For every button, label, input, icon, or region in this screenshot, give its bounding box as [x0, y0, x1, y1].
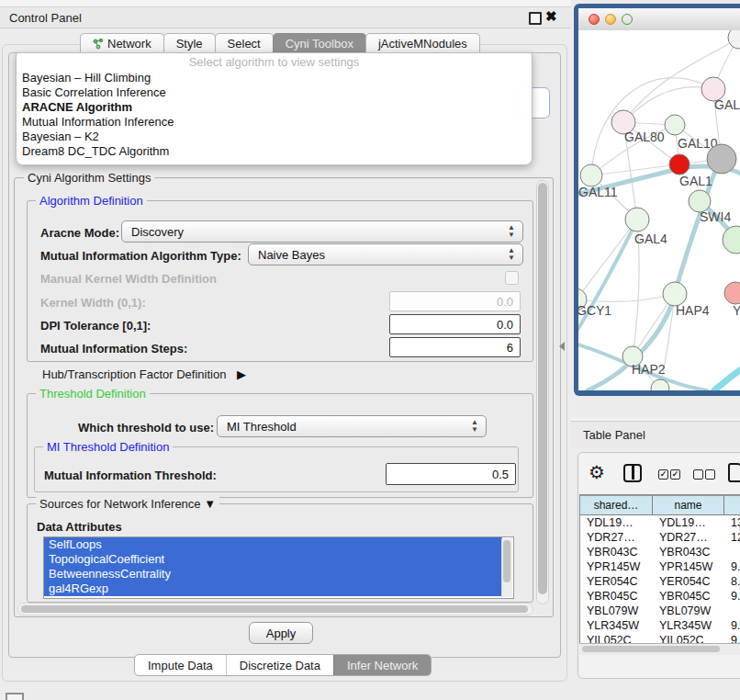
table-cell: YPR145W	[653, 559, 724, 574]
bottom-tab-infer-network[interactable]: Infer Network	[333, 655, 431, 675]
network-edge[interactable]	[578, 220, 637, 341]
node-top[interactable]	[728, 30, 740, 49]
node-gal4[interactable]	[625, 208, 649, 231]
table-hscrollbar-thumb[interactable]	[582, 646, 720, 652]
table-cell: 13	[724, 515, 740, 530]
table-row[interactable]: YPR145WYPR145W9.	[580, 559, 740, 574]
settings-hscrollbar-thumb[interactable]	[21, 605, 528, 613]
table-row[interactable]: YDL19…YDL19…13	[580, 515, 740, 530]
list-scrollbar[interactable]	[501, 538, 512, 597]
node-gal10[interactable]	[665, 115, 685, 135]
manual-kernel-label: Manual Kernel Width Definition	[40, 272, 217, 286]
hub-definition-expander[interactable]: Hub/Transcription Factor Definition ▶	[42, 367, 246, 381]
minimize-traffic-light-icon[interactable]	[605, 14, 616, 25]
tab-style[interactable]: Style	[163, 33, 216, 53]
tab-select[interactable]: Select	[215, 33, 274, 53]
table-panel-title: Table Panel	[583, 428, 645, 442]
expander-collapsed-icon[interactable]: ▶	[237, 367, 246, 381]
sources-title[interactable]: Sources for Network Inference ▼	[36, 497, 219, 511]
node-gal4-label: GAL4	[634, 231, 667, 246]
splitter-collapse-icon[interactable]	[559, 342, 565, 351]
mi-steps-label: Mutual Information Steps:	[40, 342, 187, 356]
table-cell: YER054C	[580, 574, 653, 589]
data-attribute-item-selected[interactable]: gal4RGexp	[44, 581, 502, 596]
tab-jactivemnodules[interactable]: jActiveMNodules	[365, 33, 480, 53]
mi-steps-field[interactable]: 6	[389, 337, 521, 357]
gear-icon[interactable]: ⚙	[589, 461, 605, 483]
node-gal11[interactable]	[580, 164, 602, 186]
table-cell: YER054C	[653, 574, 724, 589]
data-attribute-item-selected[interactable]: SelfLoops	[44, 537, 502, 552]
dpi-tolerance-field[interactable]: 0.0	[389, 314, 521, 334]
data-attributes-list[interactable]: SelfLoopsTopologicalCoefficientBetweenne…	[43, 536, 514, 599]
algorithm-dropdown-item[interactable]: Mutual Information Inference	[17, 115, 532, 130]
table-cell	[724, 545, 740, 559]
algorithm-dropdown-item[interactable]: Bayesian – Hill Climbing	[17, 71, 532, 85]
kernel-width-field[interactable]: 0.0	[389, 291, 521, 311]
bottom-tab-impute-data[interactable]: Impute Data	[135, 655, 226, 675]
unchecked-checkbox-icon[interactable]	[693, 469, 703, 480]
table-horizontal-scrollbar[interactable]	[579, 643, 740, 655]
network-window-titlebar[interactable]	[578, 8, 740, 31]
checked-checkbox-icon[interactable]: ✓	[670, 469, 680, 480]
column-header[interactable]: name	[653, 495, 724, 515]
tab-network[interactable]: Network	[80, 33, 164, 53]
algorithm-dropdown-placeholder: Select algorithm to view settings	[17, 53, 532, 71]
close-traffic-light-icon[interactable]	[589, 14, 600, 25]
document-icon[interactable]	[728, 463, 740, 482]
table-row[interactable]: YDR27…YDR27…12	[580, 530, 740, 545]
data-attribute-item-selected[interactable]: BetweennessCentrality	[44, 567, 502, 581]
network-canvas[interactable]: GAL7GAL80GAL10GAL1GAL11SWI4GAL4GCY1HAP4Y…	[578, 30, 740, 390]
combobox-stepper-icon[interactable]: ▲▼	[471, 419, 478, 434]
node-biggreen[interactable]	[723, 226, 740, 254]
table-row[interactable]: YER054CYER054C8.	[580, 574, 740, 589]
mi-steps-value: 6	[507, 341, 513, 355]
combobox-stepper-icon[interactable]: ▲▼	[508, 247, 515, 262]
table-panel-titlebar: Table Panel	[571, 422, 740, 447]
algorithm-dropdown-item[interactable]: Bayesian – K2	[17, 130, 532, 144]
float-window-icon[interactable]	[529, 12, 542, 25]
table-row[interactable]: YBR043CYBR043C	[580, 545, 740, 559]
settings-horizontal-scrollbar[interactable]	[17, 603, 533, 615]
data-attribute-item-selected[interactable]: TopologicalCoefficient	[44, 552, 502, 567]
network-edge[interactable]	[578, 220, 637, 299]
network-edge[interactable]	[714, 367, 740, 390]
node-gray[interactable]	[707, 144, 736, 174]
bottom-tab-discretize-data[interactable]: Discretize Data	[226, 655, 333, 675]
node-gal1[interactable]	[669, 154, 690, 175]
collapsed-panel-chip[interactable]	[6, 693, 24, 700]
column-header[interactable]: shared…	[580, 495, 653, 515]
algorithm-dropdown-item[interactable]: Dream8 DC_TDC Algorithm	[17, 144, 532, 159]
aracne-mode-combobox[interactable]: Discovery ▲▼	[121, 220, 523, 243]
node-gal1-label: GAL1	[679, 174, 712, 188]
close-icon[interactable]: ✖	[545, 8, 557, 25]
table-cell: YBR045C	[580, 589, 653, 604]
tab-cyni-toolbox[interactable]: Cyni Toolbox	[273, 33, 366, 53]
mi-threshold-value: 0.5	[492, 468, 509, 481]
column-header[interactable]: A	[724, 495, 740, 515]
table-cell: YDL19…	[580, 515, 653, 530]
zoom-traffic-light-icon[interactable]	[622, 14, 633, 25]
settings-vertical-scrollbar[interactable]	[536, 180, 549, 604]
unchecked-checkbox-icon[interactable]	[705, 469, 715, 480]
checked-checkbox-icon[interactable]: ✓	[658, 469, 668, 480]
which-threshold-combobox[interactable]: MI Threshold ▲▼	[217, 415, 487, 437]
mi-algorithm-type-value: Naive Bayes	[258, 248, 325, 262]
mi-threshold-field[interactable]: 0.5	[386, 463, 516, 485]
columns-icon[interactable]	[623, 464, 642, 482]
combobox-stepper-icon[interactable]: ▲▼	[508, 224, 515, 239]
algorithm-dropdown-item[interactable]: ARACNE Algorithm	[17, 100, 532, 115]
list-scrollbar-thumb[interactable]	[503, 540, 510, 582]
table-row[interactable]: YBR045CYBR045C9.	[580, 589, 740, 604]
table-row[interactable]: YLR345WYLR345W9.	[580, 618, 740, 633]
node-salmon[interactable]	[724, 282, 740, 304]
algorithm-dropdown-item[interactable]: Basic Correlation Inference	[17, 85, 532, 100]
apply-button[interactable]: Apply	[249, 622, 313, 644]
settings-vscrollbar-thumb[interactable]	[538, 183, 547, 594]
mi-algorithm-type-combobox[interactable]: Naive Bayes ▲▼	[248, 243, 523, 265]
table-row[interactable]: YBL079WYBL079W	[580, 604, 740, 618]
expander-expanded-icon[interactable]: ▼	[204, 497, 216, 511]
cyni-bottom-tabs: Impute DataDiscretize DataInfer Network	[134, 654, 432, 676]
node-hap2-label: HAP2	[632, 362, 666, 377]
manual-kernel-checkbox[interactable]	[505, 271, 519, 285]
